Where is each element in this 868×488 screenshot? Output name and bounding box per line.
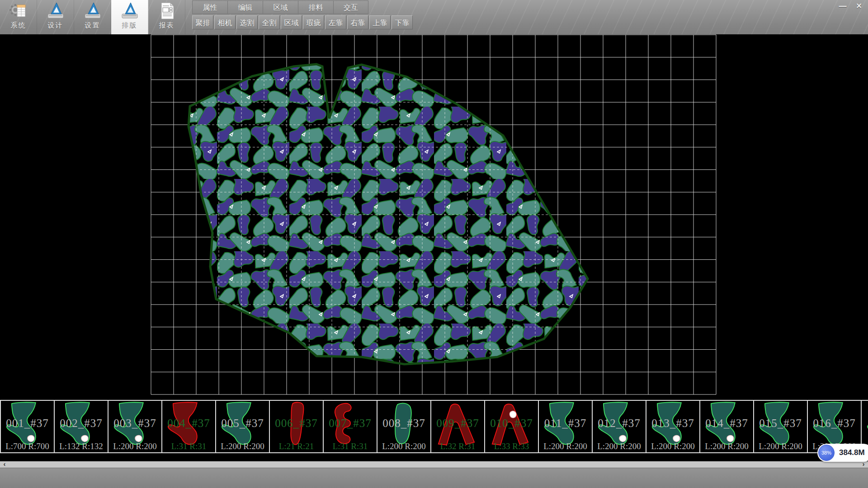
piece-shape — [754, 401, 806, 450]
status-bar — [0, 468, 868, 488]
action-button-选割[interactable]: 选割 — [236, 15, 258, 29]
piece-shape — [108, 401, 160, 450]
tool-排版[interactable]: 排版 — [111, 0, 148, 34]
tool-label: 排版 — [122, 21, 137, 30]
tool-label: 报表 — [159, 21, 175, 30]
piece-shape — [539, 401, 591, 450]
piece-shape — [646, 401, 698, 450]
menu-tab-row: 属性编辑区域排料交互 — [192, 0, 414, 14]
main-tool-bar: 系统设计设置排版报表 — [0, 0, 185, 34]
thumbnail-005_#37[interactable]: 005_#37L:200 R:200 — [216, 401, 270, 452]
piece-shape — [55, 401, 107, 450]
piece-shape — [431, 401, 483, 450]
close-button[interactable]: ✕ — [853, 1, 865, 12]
menu-tab-排料[interactable]: 排料 — [298, 0, 333, 14]
menu-tab-交互[interactable]: 交互 — [333, 0, 368, 14]
thumbnail-011_#37[interactable]: 011_#37L:200 R:200 — [539, 401, 593, 452]
action-button-瑕疵[interactable]: 瑕疵 — [303, 15, 324, 29]
canvas-svg — [0, 34, 868, 400]
report-icon — [157, 1, 177, 20]
scroll-left-arrow[interactable]: ‹ — [1, 461, 8, 467]
memory-progress-circle: 38% — [818, 445, 835, 461]
action-button-相机[interactable]: 相机 — [214, 15, 236, 29]
thumbnail-008_#37[interactable]: 008_#37L:200 R:200 — [377, 401, 431, 452]
menu-tab-编辑[interactable]: 编辑 — [227, 0, 263, 14]
piece-shape — [593, 401, 645, 450]
piece-shape — [1, 401, 53, 450]
system-icon — [9, 1, 28, 20]
window-controls: — ✕ — [836, 1, 865, 12]
action-button-全割[interactable]: 全割 — [259, 15, 280, 29]
piece-shape — [162, 401, 214, 450]
minimize-button[interactable]: — — [836, 1, 849, 12]
menu-tab-属性[interactable]: 属性 — [192, 0, 227, 14]
scroll-right-arrow[interactable]: › — [860, 461, 867, 467]
piece-shape — [216, 401, 268, 450]
thumbnail-014_#37[interactable]: 014_#37L:200 R:200 — [700, 401, 754, 452]
memory-badge[interactable]: 38% 384.8M — [817, 444, 868, 462]
piece-shape — [324, 401, 376, 450]
thumbnail-003_#37[interactable]: 003_#37L:200 R:200 — [108, 401, 162, 452]
tool-系统[interactable]: 系统 — [0, 0, 37, 34]
menu-area: 属性编辑区域排料交互 聚排相机选割全割区域瑕疵左靠右靠上靠下靠 — [192, 0, 414, 29]
thumbnail-015_#37[interactable]: 015_#37L:200 R:200 — [754, 401, 808, 452]
thumbnail-007_#37[interactable]: 007_#37L:31 R:31 — [324, 401, 377, 452]
horizontal-scrollbar[interactable]: ‹ › — [0, 461, 868, 468]
tool-设置[interactable]: 设置 — [74, 0, 111, 34]
tool-报表[interactable]: 报表 — [148, 0, 185, 34]
action-button-区域[interactable]: 区域 — [281, 15, 302, 29]
action-button-聚排[interactable]: 聚排 — [192, 15, 213, 29]
nesting-icon — [120, 1, 140, 20]
action-button-右靠[interactable]: 右靠 — [347, 15, 368, 29]
piece-shape — [377, 401, 429, 450]
memory-size: 384.8M — [839, 448, 865, 457]
piece-shape — [700, 401, 752, 450]
tool-label: 设计 — [48, 21, 63, 30]
tool-label: 系统 — [11, 21, 26, 30]
piece-shape — [862, 401, 868, 450]
nested-pieces[interactable] — [189, 64, 588, 364]
piece-shape — [270, 401, 322, 450]
action-button-下靠[interactable]: 下靠 — [392, 15, 413, 29]
action-button-左靠[interactable]: 左靠 — [325, 15, 346, 29]
piece-shape — [485, 401, 537, 450]
nesting-canvas[interactable] — [0, 34, 868, 400]
app-window: 系统设计设置排版报表 属性编辑区域排料交互 聚排相机选割全割区域瑕疵左靠右靠上靠… — [0, 0, 868, 488]
thumbnail-001_#37[interactable]: 001_#37L:700 R:700 — [1, 401, 55, 452]
tool-label: 设置 — [85, 21, 100, 30]
memory-percent: 38% — [821, 450, 831, 455]
thumbnail-010_#37[interactable]: 010_#37L:33 R:33 — [485, 401, 539, 452]
piece-thumbnail-strip: 001_#37L:700 R:700002_#37L:132 R:132003_… — [0, 400, 868, 453]
toolbar: 系统设计设置排版报表 属性编辑区域排料交互 聚排相机选割全割区域瑕疵左靠右靠上靠… — [0, 0, 868, 34]
thumbnail-002_#37[interactable]: 002_#37L:132 R:132 — [55, 401, 108, 452]
design-icon — [46, 1, 66, 20]
action-button-row: 聚排相机选割全割区域瑕疵左靠右靠上靠下靠 — [192, 15, 414, 29]
thumbnail-004_#37[interactable]: 004_#37L:31 R:31 — [162, 401, 216, 452]
thumbnail-012_#37[interactable]: 012_#37L:200 R:200 — [593, 401, 646, 452]
menu-tab-区域[interactable]: 区域 — [263, 0, 298, 14]
thumbnail-013_#37[interactable]: 013_#37L:200 R:200 — [646, 401, 700, 452]
thumbnail-009_#37[interactable]: 009_#37L:32 R:31 — [431, 401, 485, 452]
thumbnail-006_#37[interactable]: 006_#37L:21 R:21 — [270, 401, 324, 452]
piece-shape — [808, 401, 860, 450]
tool-设计[interactable]: 设计 — [37, 0, 74, 34]
action-button-上靠[interactable]: 上靠 — [369, 15, 391, 29]
settings-icon — [83, 1, 103, 20]
